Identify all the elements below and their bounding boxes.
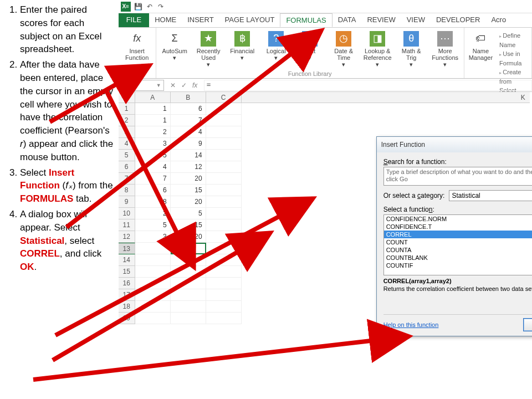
cell[interactable]	[206, 185, 242, 196]
tab-home[interactable]: HOME	[149, 13, 182, 27]
search-input[interactable]: Type a brief description of what you wan…	[383, 167, 532, 186]
row-header[interactable]: 9	[119, 196, 135, 208]
logical-button[interactable]: ?Logical▾	[261, 30, 291, 69]
tab-developer[interactable]: DEVELOPER	[431, 13, 485, 27]
function-list-item[interactable]: CONFIDENCE.T	[384, 223, 532, 231]
cell[interactable]	[135, 313, 171, 324]
col-header-a[interactable]: A	[135, 92, 171, 103]
tab-insert[interactable]: INSERT	[182, 13, 219, 27]
category-select[interactable]: Statistical ▼	[449, 190, 532, 201]
cell[interactable]	[206, 150, 242, 161]
col-header-c[interactable]: C	[206, 92, 242, 103]
autosum-button[interactable]: ΣAutoSum▾	[160, 30, 190, 69]
function-list-item[interactable]: COUNT	[384, 238, 532, 246]
cell[interactable]	[135, 266, 171, 278]
cell[interactable]: 1	[135, 115, 171, 126]
function-list-item[interactable]: COUNTA	[384, 246, 532, 254]
date-time-button[interactable]: ◷Date & Time▾	[329, 30, 359, 69]
cell[interactable]: 3	[135, 138, 171, 150]
cell[interactable]	[206, 115, 242, 126]
select-all-corner[interactable]	[119, 92, 135, 103]
name-box[interactable]: B13▼	[121, 80, 164, 91]
row-header[interactable]: 15	[119, 266, 135, 278]
col-header-b[interactable]: B	[171, 92, 206, 103]
function-list-item[interactable]: CORREL	[384, 231, 532, 238]
row-header[interactable]: 16	[119, 278, 135, 289]
cell[interactable]	[206, 254, 242, 266]
cell[interactable]	[171, 278, 206, 289]
enter-icon[interactable]: ✓	[180, 81, 188, 90]
cell[interactable]	[135, 243, 171, 254]
row-header[interactable]: 19	[119, 313, 135, 324]
cell[interactable]	[171, 254, 206, 266]
row-header[interactable]: 12	[119, 231, 135, 243]
cell[interactable]	[206, 173, 242, 185]
tab-acrobat[interactable]: Acro	[485, 13, 511, 27]
cancel-icon[interactable]: ✕	[168, 81, 177, 90]
cell[interactable]: 9	[171, 138, 206, 150]
cell[interactable]	[206, 219, 242, 231]
cell[interactable]	[206, 161, 242, 173]
cell[interactable]: 6	[135, 185, 171, 196]
cell[interactable]	[206, 266, 242, 278]
cell[interactable]	[171, 313, 206, 324]
cell[interactable]: 8	[135, 196, 171, 208]
tab-view[interactable]: VIEW	[401, 13, 431, 27]
tab-review[interactable]: REVIEW	[361, 13, 401, 27]
tab-file[interactable]: FILE	[119, 13, 149, 27]
cell[interactable]	[206, 231, 242, 243]
function-list-item[interactable]: COUNTBLANK	[384, 254, 532, 262]
function-list-item[interactable]: COUNTIF	[384, 262, 532, 269]
cell[interactable]: 6	[171, 103, 206, 115]
dialog-titlebar[interactable]: Insert Function ? ✕	[377, 137, 532, 152]
row-header[interactable]: 6	[119, 161, 135, 173]
grid-row[interactable]: 116	[119, 103, 532, 115]
row-header[interactable]: 8	[119, 185, 135, 196]
row-header[interactable]: 13	[119, 243, 135, 254]
cell[interactable]	[206, 103, 242, 115]
row-header[interactable]: 10	[119, 208, 135, 219]
cell[interactable]	[206, 196, 242, 208]
cell[interactable]: 7	[171, 115, 206, 126]
help-link[interactable]: Help on this function	[383, 321, 439, 328]
save-icon[interactable]: 💾	[133, 2, 144, 12]
cell[interactable]	[206, 208, 242, 219]
cell[interactable]: 4	[171, 126, 206, 138]
cell[interactable]: 15	[171, 219, 206, 231]
cell[interactable]	[206, 243, 242, 254]
cell[interactable]: 7	[135, 173, 171, 185]
row-header[interactable]: 2	[119, 115, 135, 126]
more-functions-button[interactable]: ⋯More Functions▾	[430, 30, 461, 69]
cell[interactable]	[135, 278, 171, 289]
cell[interactable]: 20	[171, 231, 206, 243]
cell[interactable]	[135, 254, 171, 266]
row-header[interactable]: 11	[119, 219, 135, 231]
cell[interactable]: 5	[135, 150, 171, 161]
col-header-far[interactable]: K	[242, 92, 530, 103]
cell[interactable]: 1	[135, 103, 171, 115]
cell[interactable]: 15	[171, 185, 206, 196]
lookup-button[interactable]: ◨Lookup & Reference▾	[362, 30, 393, 69]
cell[interactable]	[206, 313, 242, 324]
recently-used-button[interactable]: ★Recently Used▾	[193, 30, 224, 69]
tab-page-layout[interactable]: PAGE LAYOUT	[219, 13, 280, 27]
cell[interactable]	[135, 301, 171, 313]
cell[interactable]	[171, 301, 206, 313]
math-trig-button[interactable]: θMath & Trig▾	[396, 30, 427, 69]
cell[interactable]: 20	[171, 173, 206, 185]
row-header[interactable]: 5	[119, 150, 135, 161]
cell[interactable]	[206, 126, 242, 138]
cell[interactable]: 4	[135, 161, 171, 173]
cell[interactable]	[206, 278, 242, 289]
row-header[interactable]: 1	[119, 103, 135, 115]
function-list-item[interactable]: CONFIDENCE.NORM	[384, 215, 532, 223]
ok-button[interactable]: OK	[523, 318, 532, 331]
cell[interactable]: 20	[171, 196, 206, 208]
fx-bar-icon[interactable]: fx	[191, 81, 200, 90]
cell[interactable]: 12	[171, 161, 206, 173]
cell[interactable]: 5	[171, 208, 206, 219]
cell[interactable]: 14	[171, 150, 206, 161]
cell[interactable]	[206, 289, 242, 301]
function-listbox[interactable]: CONFIDENCE.NORMCONFIDENCE.TCORRELCOUNTCO…	[383, 214, 532, 275]
financial-button[interactable]: ฿Financial▾	[227, 30, 258, 69]
